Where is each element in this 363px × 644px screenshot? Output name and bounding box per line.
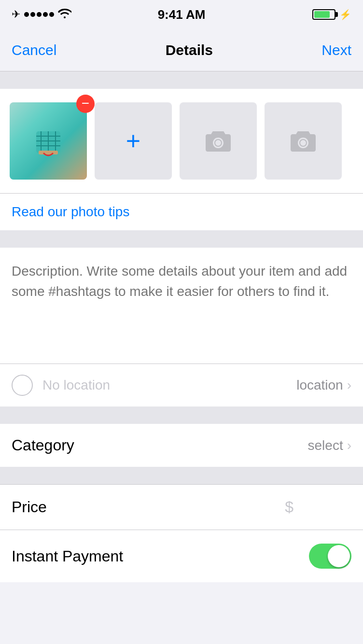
instant-payment-label: Instant Payment bbox=[12, 547, 309, 565]
signal-dot bbox=[24, 12, 29, 17]
photo-tips-link[interactable]: Read our photo tips bbox=[12, 204, 129, 219]
plus-icon: + bbox=[126, 128, 140, 154]
location-circle-icon bbox=[12, 375, 33, 396]
signal-dot bbox=[43, 12, 48, 17]
location-row[interactable]: No location location › bbox=[0, 364, 363, 406]
category-chevron-icon: › bbox=[347, 438, 351, 453]
svg-point-9 bbox=[300, 140, 307, 146]
price-section: Price $ bbox=[0, 484, 363, 530]
photo-slot-uploaded: − bbox=[10, 102, 87, 180]
location-label: location bbox=[296, 378, 343, 393]
price-input[interactable] bbox=[293, 498, 351, 516]
camera-icon-2 bbox=[291, 130, 316, 152]
status-right: ⚡ bbox=[312, 9, 351, 20]
battery-fill bbox=[314, 11, 330, 18]
basket-illustration bbox=[29, 122, 68, 160]
minus-icon: − bbox=[82, 97, 89, 110]
section-separator-2 bbox=[0, 406, 363, 424]
location-right: location › bbox=[296, 378, 351, 393]
svg-rect-7 bbox=[39, 151, 58, 154]
category-select-label: select bbox=[308, 438, 343, 453]
nav-bar: Cancel Details Next bbox=[0, 29, 363, 71]
description-input[interactable] bbox=[12, 261, 351, 348]
signal-dot bbox=[30, 12, 35, 17]
section-separator-1 bbox=[0, 230, 363, 248]
signal-dots bbox=[24, 12, 54, 17]
top-spacer bbox=[0, 71, 363, 89]
status-time: 9:41 AM bbox=[158, 7, 206, 22]
photo-section: − + bbox=[0, 89, 363, 193]
price-currency-symbol: $ bbox=[285, 498, 293, 516]
category-label: Category bbox=[12, 436, 308, 454]
svg-point-8 bbox=[215, 140, 222, 146]
description-section bbox=[0, 248, 363, 364]
page-title: Details bbox=[166, 42, 213, 58]
battery-icon bbox=[312, 9, 335, 20]
photo-delete-button[interactable]: − bbox=[76, 95, 95, 113]
chevron-right-icon: › bbox=[347, 378, 351, 393]
wifi-icon bbox=[58, 8, 71, 21]
photo-empty-slot-1[interactable] bbox=[180, 102, 257, 180]
signal-dot bbox=[37, 12, 42, 17]
section-separator-3 bbox=[0, 467, 363, 484]
signal-dot bbox=[49, 12, 54, 17]
next-button[interactable]: Next bbox=[321, 42, 351, 58]
photo-add-slot[interactable]: + bbox=[95, 102, 172, 180]
toggle-knob bbox=[328, 545, 350, 567]
camera-icon bbox=[206, 130, 231, 152]
category-section[interactable]: Category select › bbox=[0, 424, 363, 467]
status-left: ✈ bbox=[12, 8, 71, 21]
uploaded-photo bbox=[10, 102, 87, 180]
no-location-label: No location bbox=[42, 378, 287, 393]
bolt-icon: ⚡ bbox=[339, 9, 351, 20]
cancel-button[interactable]: Cancel bbox=[12, 42, 56, 58]
status-bar: ✈ 9:41 AM ⚡ bbox=[0, 0, 363, 29]
photo-tips-section: Read our photo tips bbox=[0, 193, 363, 230]
instant-payment-toggle[interactable] bbox=[309, 544, 351, 569]
price-label: Price bbox=[12, 498, 285, 516]
instant-payment-section: Instant Payment bbox=[0, 530, 363, 582]
category-right: select › bbox=[308, 438, 351, 453]
airplane-icon: ✈ bbox=[12, 8, 20, 21]
photo-empty-slot-2[interactable] bbox=[265, 102, 342, 180]
